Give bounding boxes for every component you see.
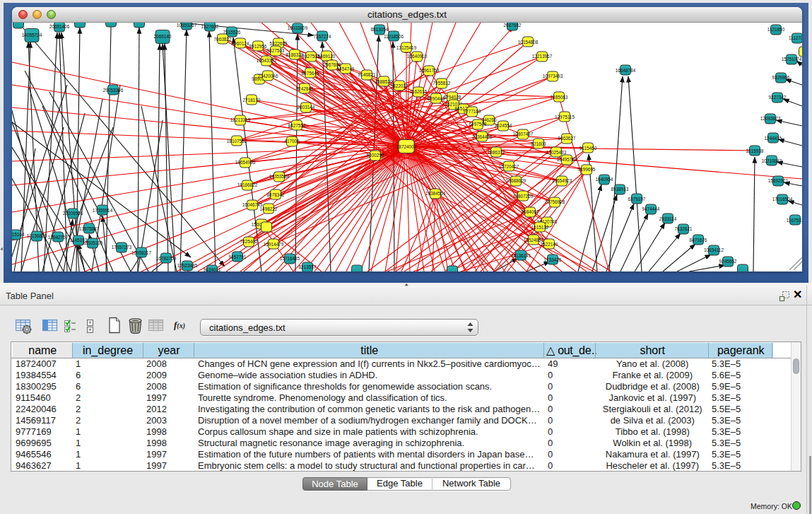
svg-text:8960124: 8960124 bbox=[232, 41, 249, 46]
svg-text:17016504: 17016504 bbox=[772, 197, 793, 201]
svg-text:11218506: 11218506 bbox=[384, 34, 404, 39]
svg-text:9777169: 9777169 bbox=[464, 109, 481, 114]
svg-text:18724007: 18724007 bbox=[396, 144, 417, 149]
svg-text:19654923: 19654923 bbox=[552, 178, 572, 183]
svg-text:10210643: 10210643 bbox=[762, 158, 782, 163]
svg-text:3915164: 3915164 bbox=[12, 232, 25, 237]
svg-text:16640910: 16640910 bbox=[407, 54, 428, 59]
svg-text:19384554: 19384554 bbox=[425, 191, 446, 196]
svg-text:12213319: 12213319 bbox=[230, 117, 251, 122]
svg-text:1121850: 1121850 bbox=[767, 27, 785, 32]
svg-text:1615132: 1615132 bbox=[531, 225, 549, 230]
svg-text:1733426: 1733426 bbox=[544, 257, 562, 262]
svg-text:2069140: 2069140 bbox=[154, 34, 172, 39]
svg-text:9474444: 9474444 bbox=[642, 206, 660, 211]
svg-text:9684067: 9684067 bbox=[522, 209, 539, 214]
svg-text:15495788: 15495788 bbox=[557, 157, 577, 162]
svg-text:3024554: 3024554 bbox=[495, 123, 512, 128]
svg-text:17957273: 17957273 bbox=[112, 245, 132, 250]
svg-text:8875645: 8875645 bbox=[302, 71, 319, 76]
svg-text:8938913: 8938913 bbox=[611, 187, 629, 192]
svg-text:7632621: 7632621 bbox=[675, 226, 693, 231]
svg-text:3215938: 3215938 bbox=[746, 148, 764, 153]
svg-text:8300295: 8300295 bbox=[367, 153, 384, 158]
svg-text:15692971: 15692971 bbox=[768, 178, 789, 183]
svg-text:6497508: 6497508 bbox=[469, 122, 487, 127]
svg-text:1162615: 1162615 bbox=[410, 89, 428, 94]
svg-text:9899695: 9899695 bbox=[578, 167, 596, 172]
svg-text:16782759: 16782759 bbox=[156, 256, 177, 261]
svg-text:19166822: 19166822 bbox=[237, 182, 258, 187]
svg-text:7625402: 7625402 bbox=[240, 239, 258, 244]
svg-text:621603: 621603 bbox=[531, 141, 546, 146]
svg-text:19654935: 19654935 bbox=[235, 160, 256, 165]
svg-text:1640954: 1640954 bbox=[596, 177, 613, 182]
svg-text:1112704: 1112704 bbox=[789, 35, 802, 40]
svg-text:20691406: 20691406 bbox=[49, 24, 70, 29]
svg-text:9463627: 9463627 bbox=[558, 136, 576, 141]
svg-text:5322037: 5322037 bbox=[391, 83, 408, 88]
svg-text:2933114: 2933114 bbox=[659, 216, 677, 221]
svg-text:10654112: 10654112 bbox=[704, 247, 724, 252]
svg-text:10958117: 10958117 bbox=[131, 250, 151, 255]
svg-text:2803144: 2803144 bbox=[298, 105, 315, 110]
svg-text:8186328: 8186328 bbox=[286, 52, 304, 57]
svg-text:10807487: 10807487 bbox=[513, 132, 534, 136]
svg-text:7485063: 7485063 bbox=[551, 95, 568, 100]
svg-text:10025433: 10025433 bbox=[546, 150, 567, 155]
svg-text:8813054: 8813054 bbox=[371, 27, 389, 32]
svg-text:20756928: 20756928 bbox=[545, 199, 565, 204]
svg-text:8427552: 8427552 bbox=[288, 123, 306, 128]
svg-text:12942757: 12942757 bbox=[48, 235, 69, 240]
svg-text:18107552: 18107552 bbox=[227, 139, 247, 144]
svg-text:2087682: 2087682 bbox=[504, 23, 522, 28]
svg-text:20364436: 20364436 bbox=[472, 134, 493, 139]
svg-text:14353584: 14353584 bbox=[269, 174, 290, 179]
svg-text:9327503: 9327503 bbox=[267, 48, 285, 53]
svg-text:14055724: 14055724 bbox=[22, 33, 42, 37]
svg-text:20206556: 20206556 bbox=[63, 211, 83, 216]
svg-text:9242848: 9242848 bbox=[296, 86, 314, 91]
svg-text:2718170: 2718170 bbox=[243, 98, 261, 103]
svg-text:8990448: 8990448 bbox=[428, 96, 445, 101]
svg-text:9634011: 9634011 bbox=[204, 267, 221, 271]
svg-text:15720407: 15720407 bbox=[499, 164, 519, 169]
svg-text:16961758: 16961758 bbox=[419, 68, 440, 73]
svg-text:8878342: 8878342 bbox=[267, 192, 285, 197]
svg-text:5322605: 5322605 bbox=[270, 41, 288, 46]
svg-text:7955812: 7955812 bbox=[433, 81, 451, 86]
svg-text:12093873: 12093873 bbox=[760, 116, 781, 121]
svg-text:8471676: 8471676 bbox=[690, 238, 707, 243]
svg-text:16914479: 16914479 bbox=[264, 242, 284, 247]
svg-text:1244415: 1244415 bbox=[765, 136, 782, 141]
svg-text:5469120: 5469120 bbox=[318, 54, 336, 59]
svg-text:13125419: 13125419 bbox=[396, 45, 417, 50]
svg-text:12923485: 12923485 bbox=[177, 263, 198, 268]
svg-text:10154808: 10154808 bbox=[518, 40, 539, 45]
svg-text:9146821: 9146821 bbox=[358, 72, 376, 77]
svg-text:9115460: 9115460 bbox=[579, 146, 597, 151]
svg-text:7986372: 7986372 bbox=[488, 150, 505, 155]
svg-text:1327602: 1327602 bbox=[201, 24, 219, 29]
svg-text:12156829: 12156829 bbox=[27, 233, 47, 238]
svg-text:9227342: 9227342 bbox=[769, 95, 787, 100]
svg-text:29053346: 29053346 bbox=[103, 88, 124, 93]
svg-text:7357274: 7357274 bbox=[314, 34, 331, 39]
svg-text:23420046: 23420046 bbox=[258, 74, 278, 78]
svg-text:12213967: 12213967 bbox=[532, 54, 553, 59]
svg-text:7663822: 7663822 bbox=[214, 37, 232, 42]
svg-text:12505135: 12505135 bbox=[83, 240, 103, 245]
svg-text:13975887: 13975887 bbox=[79, 226, 100, 231]
svg-text:2522140: 2522140 bbox=[541, 242, 558, 247]
svg-text:6794028: 6794028 bbox=[444, 95, 461, 100]
svg-text:14136141: 14136141 bbox=[511, 253, 531, 258]
svg-text:16648784: 16648784 bbox=[616, 68, 636, 73]
svg-text:8213557: 8213557 bbox=[299, 264, 317, 269]
svg-text:9245652: 9245652 bbox=[719, 259, 737, 264]
svg-text:15716485: 15716485 bbox=[280, 256, 300, 261]
svg-text:6379197: 6379197 bbox=[628, 197, 646, 201]
svg-text:1167533: 1167533 bbox=[787, 218, 802, 223]
svg-text:9457791: 9457791 bbox=[229, 255, 247, 259]
svg-text:9329966: 9329966 bbox=[772, 75, 790, 80]
svg-text:8912956: 8912956 bbox=[249, 44, 267, 49]
